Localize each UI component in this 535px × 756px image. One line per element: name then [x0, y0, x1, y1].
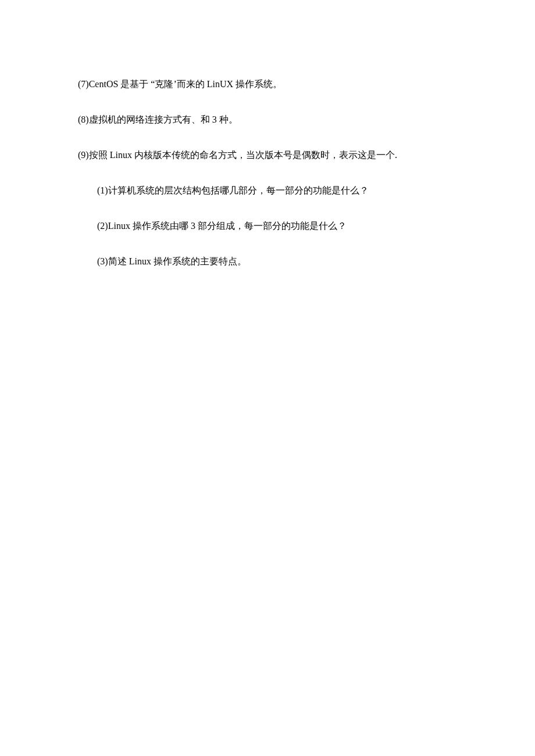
subquestion-2: (2)Linux 操作系统由哪 3 部分组成，每一部分的功能是什么？	[78, 219, 477, 233]
subquestion-3: (3)简述 Linux 操作系统的主要特点。	[78, 255, 477, 268]
subquestion-1: (1)计算机系统的层次结构包括哪几部分，每一部分的功能是什么？	[78, 184, 477, 198]
question-8: (8)虚拟机的网络连接方式有、和 3 种。	[78, 113, 477, 127]
question-7: (7)CentOS 是基于 “克隆’而来的 LinUX 操作系统。	[78, 77, 477, 91]
question-9: (9)按照 Linux 内核版本传统的命名方式，当次版本号是偶数时，表示这是一个…	[78, 148, 477, 162]
